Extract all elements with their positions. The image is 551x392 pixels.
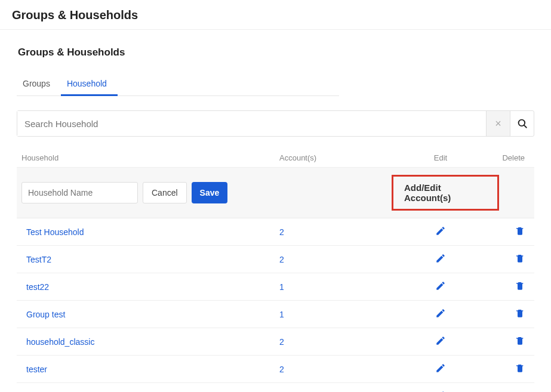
edit-button[interactable] [435, 308, 446, 319]
delete-button[interactable] [515, 335, 525, 346]
svg-line-1 [524, 125, 526, 128]
search-input[interactable] [17, 111, 486, 136]
accounts-count[interactable]: 1 [279, 310, 284, 319]
accounts-count[interactable]: 1 [279, 282, 284, 292]
household-link[interactable]: Group test [21, 310, 65, 319]
table-row: Test Household 2 [17, 218, 534, 246]
pencil-icon [435, 308, 446, 319]
cancel-button[interactable]: Cancel [143, 182, 187, 203]
save-button[interactable]: Save [192, 182, 228, 203]
table-row: TestT2 2 [17, 246, 534, 273]
household-link[interactable]: tester [21, 365, 47, 374]
edit-button[interactable] [435, 280, 446, 291]
delete-button[interactable] [515, 226, 525, 236]
table-row: household_classic 2 [17, 328, 534, 356]
delete-button[interactable] [515, 253, 525, 264]
household-table: Household Account(s) Edit Delete Cancel … [17, 149, 534, 392]
trash-icon [515, 253, 525, 264]
page-title: Groups & Households [0, 0, 551, 30]
search-bar: × [17, 110, 534, 137]
edit-button[interactable] [435, 335, 446, 346]
header-edit: Edit [387, 153, 494, 162]
accounts-count[interactable]: 2 [279, 255, 284, 264]
header-household: Household [17, 153, 279, 162]
search-button[interactable] [510, 111, 534, 136]
edit-button[interactable] [435, 226, 446, 236]
trash-icon [515, 226, 525, 236]
table-row: tester 2 [17, 356, 534, 383]
accounts-count[interactable]: 2 [279, 227, 284, 237]
tabs: Groups Household [17, 73, 339, 96]
pencil-icon [435, 363, 446, 374]
close-icon: × [495, 118, 501, 130]
tab-groups[interactable]: Groups [17, 73, 61, 96]
header-delete: Delete [494, 153, 534, 162]
trash-icon [515, 308, 525, 319]
new-household-row: Cancel Save Add/Edit Account(s) [17, 168, 534, 218]
table-header-row: Household Account(s) Edit Delete [17, 149, 534, 168]
household-link[interactable]: Test Household [21, 227, 84, 237]
trash-icon [515, 363, 525, 374]
trash-icon [515, 335, 525, 346]
household-link[interactable]: test22 [21, 282, 49, 292]
household-link[interactable]: TestT2 [21, 255, 51, 264]
household-name-input[interactable] [21, 182, 138, 203]
edit-button[interactable] [435, 253, 446, 264]
table-row: test22 1 [17, 273, 534, 301]
table-row: House Test 3 [17, 383, 534, 392]
household-link[interactable]: household_classic [21, 337, 94, 347]
clear-search-button[interactable]: × [486, 111, 510, 136]
delete-button[interactable] [515, 363, 525, 374]
search-icon [517, 118, 528, 129]
pencil-icon [435, 253, 446, 264]
pencil-icon [435, 280, 446, 291]
section-title: Groups & Households [0, 30, 551, 58]
pencil-icon [435, 226, 446, 236]
add-edit-accounts-button[interactable]: Add/Edit Account(s) [392, 175, 499, 211]
pencil-icon [435, 335, 446, 346]
delete-button[interactable] [515, 280, 525, 291]
tab-household[interactable]: Household [61, 73, 118, 96]
table-row: Group test 1 [17, 301, 534, 328]
header-accounts: Account(s) [279, 153, 387, 162]
accounts-count[interactable]: 2 [279, 337, 284, 347]
delete-button[interactable] [515, 308, 525, 319]
trash-icon [515, 280, 525, 291]
edit-button[interactable] [435, 363, 446, 374]
accounts-count[interactable]: 2 [279, 365, 284, 374]
